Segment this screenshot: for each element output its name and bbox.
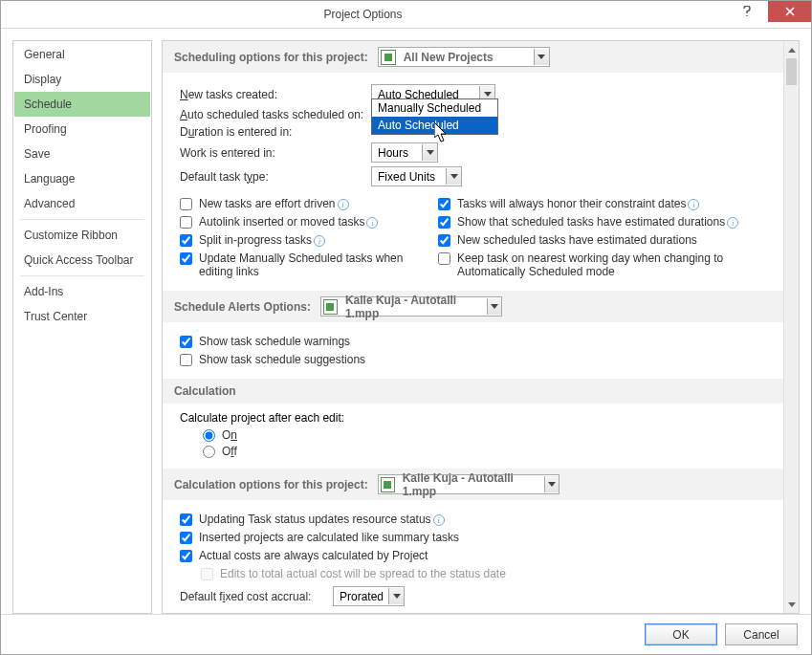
- category-sidebar: General Display Schedule Proofing Save L…: [12, 40, 152, 614]
- calculation-options-body: Updating Task status updates resource st…: [163, 500, 783, 614]
- dropdown-option-auto[interactable]: Auto Scheduled: [372, 117, 497, 134]
- calculate-after-edit-label: Calculate project after each edit:: [180, 411, 766, 425]
- new-tasks-dropdown-popup[interactable]: Manually Scheduled Auto Scheduled: [371, 98, 498, 135]
- dropdown-option-manually[interactable]: Manually Scheduled: [372, 99, 497, 117]
- scroll-up-icon[interactable]: [784, 41, 799, 57]
- chk-keep-nearest[interactable]: Keep task on nearest working day when ch…: [438, 251, 766, 278]
- sidebar-separator: [20, 219, 144, 220]
- info-icon: i: [433, 514, 445, 526]
- sidebar-item-general[interactable]: General: [14, 42, 150, 67]
- default-accrual-value: Prorated: [336, 590, 387, 603]
- auto-scheduled-on-label: Auto scheduled tasks scheduled on:: [180, 108, 371, 121]
- window-title: Project Options: [1, 8, 725, 21]
- info-icon: i: [688, 199, 699, 210]
- chk-edits-spread: Edits to total actual cost will be sprea…: [201, 567, 766, 580]
- calculation-body: Calculate project after each edit: On Of…: [163, 404, 783, 469]
- chk-new-estimated[interactable]: New scheduled tasks have estimated durat…: [438, 233, 766, 247]
- work-combo[interactable]: Hours: [371, 142, 438, 163]
- radio-on[interactable]: On: [203, 428, 766, 442]
- chk-show-suggestions-label: Show task schedule suggestions: [199, 353, 365, 366]
- new-tasks-label: New tasks created:: [180, 88, 371, 101]
- chk-inserted-projects-label: Inserted projects are calculated like su…: [199, 531, 459, 544]
- default-accrual-combo[interactable]: Prorated: [333, 586, 405, 606]
- radio-off[interactable]: Off: [203, 445, 766, 458]
- scheduling-project-value: All New Projects: [400, 51, 497, 64]
- section-schedule-alerts: Schedule Alerts Options: Kalle Kuja - Au…: [163, 291, 783, 322]
- chk-show-warnings[interactable]: Show task schedule warnings: [180, 335, 766, 348]
- section-calculation-options: Calculation options for this project: Ka…: [163, 469, 783, 500]
- sidebar-item-save[interactable]: Save: [14, 142, 150, 166]
- help-button[interactable]: [725, 1, 768, 22]
- chk-updating-status[interactable]: Updating Task status updates resource st…: [180, 513, 766, 526]
- info-icon: i: [314, 235, 325, 247]
- chk-honor-constraint[interactable]: Tasks will always honor their constraint…: [438, 197, 766, 210]
- section-title: Scheduling options for this project:: [174, 51, 368, 64]
- chevron-down-icon: [388, 588, 404, 604]
- settings-panel: Scheduling options for this project: All…: [162, 40, 800, 614]
- calc-project-value: Kalle Kuja - Autotalli 1.mpp: [399, 471, 544, 498]
- dialog-footer: OK Cancel: [1, 614, 811, 654]
- help-icon: [742, 6, 752, 17]
- sidebar-item-display[interactable]: Display: [14, 67, 150, 92]
- info-icon: i: [366, 217, 378, 229]
- alerts-project-selector[interactable]: Kalle Kuja - Autotalli 1.mpp: [320, 296, 502, 317]
- chk-autolink[interactable]: Autolink inserted or moved tasksi: [180, 215, 409, 229]
- section-scheduling-options: Scheduling options for this project: All…: [163, 41, 783, 73]
- chk-split[interactable]: Split in-progress tasksi: [180, 233, 409, 247]
- calc-project-selector[interactable]: Kalle Kuja - Autotalli 1.mpp: [378, 474, 560, 494]
- chk-effort-driven[interactable]: New tasks are effort driveni: [180, 197, 409, 210]
- titlebar: Project Options: [1, 1, 811, 29]
- chevron-down-icon: [487, 298, 501, 315]
- chk-show-estimated[interactable]: Show that scheduled tasks have estimated…: [438, 215, 766, 229]
- sidebar-separator: [20, 275, 144, 276]
- sidebar-item-qat[interactable]: Quick Access Toolbar: [14, 248, 150, 273]
- project-icon: [323, 299, 338, 315]
- scheduling-project-selector[interactable]: All New Projects: [378, 47, 550, 67]
- ok-button[interactable]: OK: [645, 623, 717, 645]
- chk-actual-costs[interactable]: Actual costs are always calculated by Pr…: [180, 549, 766, 562]
- dialog-body: General Display Schedule Proofing Save L…: [1, 29, 811, 614]
- project-options-window: Project Options General Display Schedule…: [0, 0, 812, 655]
- sidebar-item-customize-ribbon[interactable]: Customize Ribbon: [14, 223, 150, 248]
- info-icon: i: [727, 217, 738, 229]
- section-title: Calculation: [174, 384, 236, 398]
- work-label: Work is entered in:: [180, 146, 371, 160]
- section-calculation: Calculation: [163, 379, 783, 404]
- default-task-type-combo[interactable]: Fixed Units: [371, 166, 462, 186]
- chevron-down-icon: [422, 144, 437, 161]
- alerts-project-value: Kalle Kuja - Autotalli 1.mpp: [341, 294, 487, 320]
- chk-show-warnings-label: Show task schedule warnings: [199, 335, 350, 348]
- chevron-down-icon: [544, 476, 559, 492]
- sidebar-item-addins[interactable]: Add-Ins: [14, 279, 150, 304]
- work-value: Hours: [374, 146, 412, 160]
- close-icon: [785, 7, 795, 16]
- sidebar-item-proofing[interactable]: Proofing: [14, 117, 150, 142]
- scroll-down-icon[interactable]: [784, 597, 799, 613]
- section-title: Schedule Alerts Options:: [174, 300, 311, 314]
- chk-update-manual[interactable]: Update Manually Scheduled tasks when edi…: [180, 251, 409, 278]
- sidebar-item-advanced[interactable]: Advanced: [14, 191, 150, 216]
- default-task-type-label: Default task type:: [180, 170, 371, 184]
- close-button[interactable]: [768, 1, 811, 22]
- sidebar-item-schedule[interactable]: Schedule: [14, 92, 150, 117]
- vertical-scrollbar[interactable]: [783, 41, 799, 613]
- project-icon: [381, 50, 396, 65]
- chk-inserted-projects[interactable]: Inserted projects are calculated like su…: [180, 531, 766, 544]
- scroll-thumb[interactable]: [786, 58, 797, 85]
- schedule-alerts-body: Show task schedule warnings Show task sc…: [163, 322, 783, 379]
- cancel-button[interactable]: Cancel: [725, 623, 798, 645]
- chevron-down-icon: [534, 49, 549, 65]
- project-icon: [381, 477, 395, 492]
- default-task-type-value: Fixed Units: [374, 170, 439, 184]
- default-accrual-label: Default fixed cost accrual:: [180, 590, 333, 603]
- duration-label: Duration is entered in:: [180, 125, 371, 139]
- info-icon: i: [338, 199, 349, 210]
- chk-update-manual-label: Update Manually Scheduled tasks when edi…: [199, 251, 409, 278]
- chk-edits-spread-label: Edits to total actual cost will be sprea…: [220, 567, 506, 580]
- chk-keep-nearest-label: Keep task on nearest working day when ch…: [457, 251, 766, 278]
- chevron-down-icon: [446, 168, 461, 185]
- sidebar-item-trust-center[interactable]: Trust Center: [14, 304, 150, 329]
- sidebar-item-language[interactable]: Language: [14, 166, 150, 191]
- section-title: Calculation options for this project:: [174, 478, 368, 491]
- chk-show-suggestions[interactable]: Show task schedule suggestions: [180, 353, 766, 366]
